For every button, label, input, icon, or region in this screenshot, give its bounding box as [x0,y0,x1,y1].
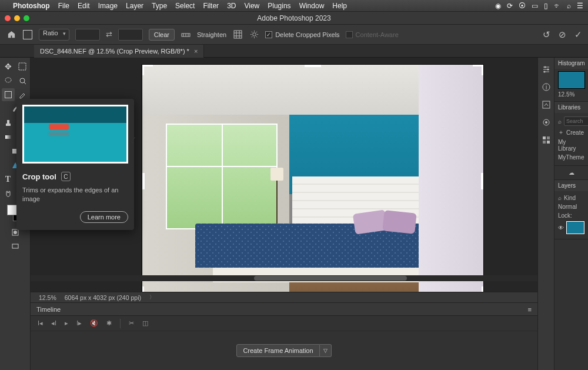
marquee-tool[interactable] [16,60,29,73]
menu-view[interactable]: View [244,2,259,10]
libraries-tab[interactable]: Libraries [554,102,588,113]
layer-kind[interactable]: Kind [564,195,576,201]
timeline-mute-icon[interactable]: 🔇 [90,319,98,327]
svg-point-22 [547,69,549,71]
clear-button[interactable]: Clear [149,29,175,41]
status-sync-icon[interactable]: ⟳ [507,2,513,10]
menu-image[interactable]: Image [98,2,118,10]
my-theme-item[interactable]: MyTheme [558,154,584,161]
content-aware-checkbox[interactable]: Content-Aware [346,31,399,38]
layer-thumbnail[interactable] [566,221,584,234]
straighten-label: Straighten [197,31,226,38]
status-siri-icon[interactable]: ◉ [495,2,501,10]
straighten-icon[interactable] [181,29,191,40]
timeline-next-frame-icon[interactable]: I▸ [76,319,82,327]
tooltip-shortcut: C [61,172,71,181]
cc-cloud-icon[interactable]: ☁ [569,169,574,176]
overlay-options-icon[interactable] [232,29,243,40]
document-dimensions[interactable]: 6064 px x 4032 px (240 ppi) [65,294,141,301]
layer-visibility-icon[interactable]: 👁 [558,225,564,231]
swatches-icon[interactable] [542,135,551,145]
quick-select-tool[interactable] [16,74,29,87]
timeline-settings-icon[interactable]: ✱ [106,319,112,327]
status-search-icon[interactable]: ⌕ [567,2,571,10]
timeline-menu-icon[interactable]: ≡ [528,306,532,313]
menu-layer[interactable]: Layer [126,2,143,10]
info-icon[interactable]: i [542,82,551,92]
color-icon[interactable] [542,118,551,127]
crop-width-input[interactable] [75,29,100,41]
menu-type[interactable]: Type [152,2,167,10]
timeline-split-icon[interactable]: ✂ [129,319,134,327]
menu-edit[interactable]: Edit [78,2,90,10]
lasso-tool[interactable] [2,74,15,87]
status-control-center-icon[interactable]: ☰ [577,2,583,10]
tool-tooltip: ⤹ Crop tool C Trims or expands the edges… [16,99,134,230]
search-icon[interactable]: ⌕ [558,118,562,125]
svg-point-28 [545,121,547,124]
adjustments-icon[interactable] [542,65,551,74]
status-battery-icon[interactable]: ▯ [544,2,548,10]
delete-cropped-label: Delete Cropped Pixels [275,31,339,38]
create-label[interactable]: Create [566,129,584,136]
app-titlebar: Adobe Photoshop 2023 [0,12,588,25]
document-tab[interactable]: DSC_8448.NEF @ 12.5% (Crop Preview, RGB/… [34,45,204,58]
crop-settings-icon[interactable] [249,29,259,40]
menu-help[interactable]: Help [332,2,347,10]
delete-cropped-checkbox[interactable]: ✓ Delete Cropped Pixels [265,31,339,38]
timeline-first-frame-icon[interactable]: I◂ [38,319,43,327]
crop-tool[interactable] [2,88,15,101]
create-frame-animation-button[interactable]: Create Frame Animation ▽ [236,344,331,357]
menu-plugins[interactable]: Plugins [268,2,290,10]
hand-tool[interactable] [2,187,15,200]
menu-file[interactable]: File [58,2,69,10]
close-tab-icon[interactable]: × [194,48,198,55]
move-tool[interactable]: ✥ [2,60,15,73]
reset-crop-icon[interactable]: ↺ [543,29,550,40]
app-menu[interactable]: Photoshop [13,2,50,10]
blend-mode[interactable]: Normal [558,204,577,210]
horizontal-scrollbar[interactable] [31,275,537,281]
svg-rect-26 [543,101,550,108]
properties-icon[interactable] [542,100,551,109]
type-tool[interactable]: T [2,173,15,186]
screen-mode-icon[interactable] [9,240,22,253]
plus-icon[interactable]: ＋ [558,128,564,136]
status-display-icon[interactable]: ▭ [532,2,538,10]
crop-height-input[interactable] [118,29,143,41]
create-animation-dropdown-icon[interactable]: ▽ [320,344,332,357]
swap-dimensions-icon[interactable]: ⇄ [106,30,112,39]
menu-select[interactable]: Select [175,2,195,10]
aspect-ratio-select[interactable]: Ratio [39,29,69,41]
my-library-item[interactable]: My Library [558,139,584,152]
timeline-tab[interactable]: Timeline [36,306,61,313]
status-bar: 12.5% 6064 px x 4032 px (240 ppi) 〉 [31,292,537,302]
svg-point-11 [5,78,11,82]
status-record-icon[interactable]: ⦿ [519,2,526,10]
zoom-percent[interactable]: 12.5% [39,294,56,301]
content-aware-label: Content-Aware [356,31,399,38]
menu-3d[interactable]: 3D [227,2,236,10]
layers-tab[interactable]: Layers [554,180,588,191]
timeline-play-icon[interactable]: ▸ [65,319,68,327]
status-wifi-icon[interactable]: ᯤ [554,2,561,10]
home-icon[interactable] [6,29,16,40]
histogram-tab[interactable]: Histogram [554,58,588,69]
status-more-icon[interactable]: 〉 [149,294,157,301]
commit-crop-icon[interactable]: ✓ [574,29,582,40]
image-content[interactable] [142,65,483,292]
menu-window[interactable]: Window [299,2,325,10]
crop-tool-icon[interactable] [22,29,33,40]
libraries-search-input[interactable] [564,116,588,126]
gradient-tool[interactable] [2,131,15,144]
histogram-zoom: 12.5% [558,91,574,98]
right-dock: i [537,58,554,370]
menu-filter[interactable]: Filter [203,2,219,10]
timeline-transition-icon[interactable]: ◫ [142,319,148,327]
learn-more-button[interactable]: Learn more [80,211,128,223]
svg-rect-13 [6,124,11,126]
timeline-prev-frame-icon[interactable]: ◂I [51,319,56,327]
clone-stamp-tool[interactable] [2,116,15,129]
foreground-color-swatch[interactable] [7,205,18,215]
cancel-crop-icon[interactable]: ⊘ [559,29,566,40]
